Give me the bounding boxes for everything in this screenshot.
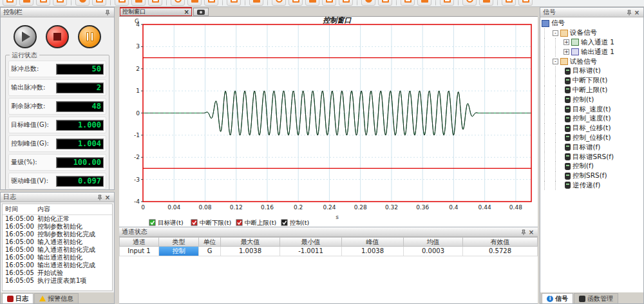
toolbar-button-save-all[interactable] xyxy=(75,0,90,6)
legend-item-目标谱(t)[interactable]: 目标谱(t) xyxy=(149,219,184,226)
toolbar-button-waveform[interactable] xyxy=(249,0,263,6)
tree-item-目标_位移(t)[interactable]: 目标_位移(t) xyxy=(542,124,643,133)
toolbar-button-signal-level-1[interactable] xyxy=(171,0,185,6)
tree-item-目标谱(f)[interactable]: 目标谱(f) xyxy=(542,142,643,152)
play-button[interactable] xyxy=(14,25,37,48)
toolbar-button-chart-view-1[interactable] xyxy=(322,0,336,6)
toolbar-button-zoom-in[interactable] xyxy=(462,0,477,6)
toolbar-button-save-file[interactable] xyxy=(53,0,67,6)
toolbar-button-table-view-1[interactable] xyxy=(272,0,286,6)
toolbar-button-globe-signal[interactable] xyxy=(227,0,241,6)
channel-col-1[interactable]: 通道 xyxy=(119,237,159,247)
toolbar-button-save-layout[interactable] xyxy=(401,0,415,6)
toolbar-button-zoom-out[interactable] xyxy=(479,0,493,6)
tab-alarm-info[interactable]: 报警信息 xyxy=(34,293,79,303)
function-manager-icon xyxy=(579,296,585,302)
tree-item-试验信号[interactable]: -试验信号 xyxy=(542,57,643,66)
toolbar-button-collapse[interactable] xyxy=(518,0,533,6)
stop-button[interactable] xyxy=(46,25,69,48)
tree-item-控制SRS(f)[interactable]: 控制SRS(f) xyxy=(542,171,643,181)
toolbar-button-table-view-2[interactable] xyxy=(289,0,303,6)
save-layout-icon xyxy=(404,0,412,3)
toolbar-button-settings-star[interactable] xyxy=(115,0,129,6)
pin-icon[interactable] xyxy=(96,193,104,201)
close-icon[interactable]: × xyxy=(104,193,111,201)
tree-guide xyxy=(555,95,564,104)
channel-col-5[interactable]: 最小值 xyxy=(280,237,342,247)
tree-item-逆传递(f)[interactable]: 逆传递(f) xyxy=(542,181,643,191)
pause-icon xyxy=(86,32,93,41)
tab-snapshot[interactable] xyxy=(193,8,209,16)
toolbar-button-table-view-3[interactable] xyxy=(305,0,319,6)
pin-icon[interactable] xyxy=(104,8,111,16)
toolbar-button-clock[interactable] xyxy=(148,0,162,6)
tree-item-输入通道 1[interactable]: +输入通道 1 xyxy=(542,38,643,48)
tree-item-目标_速度(t)[interactable]: 目标_速度(t) xyxy=(542,104,643,114)
log-row: 16:05:00输出通道初始化 xyxy=(3,254,112,261)
tab-signal[interactable]: i 信号 xyxy=(542,293,573,303)
toolbar-button-text-tool[interactable] xyxy=(417,0,431,6)
legend-item-中断下限(t)[interactable]: 中断下限(t) xyxy=(191,219,231,226)
collapse-icon[interactable]: - xyxy=(553,59,558,64)
tree-item-信号[interactable]: 信号 xyxy=(542,19,643,28)
legend-checkbox-icon[interactable] xyxy=(236,220,242,225)
toolbar-button-pie-chart[interactable] xyxy=(131,0,146,6)
tree-item-中断下限(t)[interactable]: 中断下限(t) xyxy=(542,76,643,86)
toolbar-button-signal-level-2[interactable] xyxy=(187,0,202,6)
pin-icon[interactable] xyxy=(625,8,633,16)
y-tick-label: -4 xyxy=(134,198,140,205)
pause-button[interactable] xyxy=(78,25,101,48)
toolbar-button-link-channel[interactable] xyxy=(361,0,375,6)
status-field-row: 控制峰值(G):1.004 xyxy=(8,135,106,152)
expand-icon[interactable]: + xyxy=(564,49,569,55)
warning-icon xyxy=(39,296,46,301)
close-icon[interactable]: × xyxy=(633,8,641,16)
toolbar-button-undo[interactable] xyxy=(502,0,516,6)
tab-function-manager[interactable]: 函数管理 xyxy=(574,293,618,303)
tree-guide xyxy=(555,114,564,124)
channel-col-2[interactable]: 类型 xyxy=(159,237,199,247)
toolbar-button-close-file[interactable] xyxy=(36,0,50,6)
toolbar-button-chart-view-2[interactable] xyxy=(339,0,353,6)
tree-item-设备信号[interactable]: -设备信号 xyxy=(542,28,643,38)
tab-log[interactable]: 日志 xyxy=(2,293,33,303)
toolbar-button-link-group[interactable] xyxy=(378,0,392,6)
close-icon[interactable]: × xyxy=(184,8,189,15)
vertical-splitter-left[interactable] xyxy=(115,7,119,304)
tree-item-目标谱(t)[interactable]: 目标谱(t) xyxy=(542,66,643,76)
channel-col-7[interactable]: 均值 xyxy=(404,237,463,247)
save-all-icon xyxy=(79,0,86,3)
channel-table-row[interactable]: Input 1控制G1.0038-1.00111.00380.00030.572… xyxy=(119,247,538,256)
channel-col-3[interactable]: 单位 xyxy=(199,237,221,247)
tree-guide xyxy=(555,104,564,114)
tree-guide xyxy=(544,38,553,48)
toolbar-button-signal-level-3[interactable] xyxy=(204,0,218,6)
tree-item-输出通道 1[interactable]: +输出通道 1 xyxy=(542,47,643,57)
legend-item-控制(t)[interactable]: 控制(t) xyxy=(281,219,309,226)
tree-item-控制(f)[interactable]: 控制(f) xyxy=(542,162,643,171)
expand-icon[interactable]: + xyxy=(564,39,569,45)
log-row: 16:05:05开始试验 xyxy=(3,269,112,277)
pin-icon[interactable] xyxy=(520,228,527,236)
legend-item-中断上限(t)[interactable]: 中断上限(t) xyxy=(236,219,276,226)
tree-item-控制_位移(t)[interactable]: 控制_位移(t) xyxy=(542,133,643,143)
legend-checkbox-icon[interactable] xyxy=(149,220,155,225)
channel-col-8[interactable]: 有效值 xyxy=(463,237,538,247)
legend-checkbox-icon[interactable] xyxy=(191,220,197,225)
collapse-icon[interactable]: - xyxy=(553,30,558,36)
toolbar-button-print[interactable] xyxy=(92,0,106,6)
close-icon[interactable]: × xyxy=(527,228,535,236)
tree-item-label: 试验信号 xyxy=(570,57,597,66)
tree-item-目标谱SRS(f)[interactable]: 目标谱SRS(f) xyxy=(542,152,643,162)
log-time: 16:05:00 xyxy=(3,238,35,246)
channel-col-6[interactable]: 峰值 xyxy=(342,237,404,247)
toolbar-button-open-window[interactable] xyxy=(440,0,454,6)
channel-col-4[interactable]: 最大值 xyxy=(221,237,280,247)
toolbar-button-open-file[interactable] xyxy=(19,0,33,6)
tree-item-中断上限(t)[interactable]: 中断上限(t) xyxy=(542,86,643,95)
tree-item-控制(t)[interactable]: 控制(t) xyxy=(542,95,643,104)
tree-item-控制_速度(t)[interactable]: 控制_速度(t) xyxy=(542,114,643,124)
tab-control-window[interactable]: 控制窗口 × xyxy=(120,7,192,16)
toolbar-button-new-file[interactable] xyxy=(3,0,17,6)
legend-checkbox-icon[interactable] xyxy=(281,220,287,225)
